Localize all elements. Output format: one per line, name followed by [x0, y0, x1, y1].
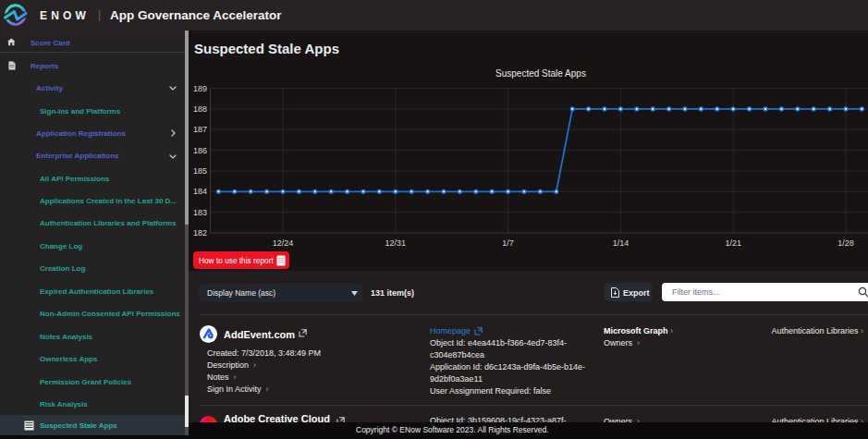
- svg-text:187: 187: [193, 125, 207, 134]
- svg-text:12/31: 12/31: [385, 238, 407, 248]
- svg-text:183: 183: [193, 208, 207, 217]
- svg-text:186: 186: [193, 146, 207, 155]
- svg-text:1/14: 1/14: [613, 238, 630, 248]
- svg-text:188: 188: [193, 104, 207, 114]
- svg-text:12/24: 12/24: [273, 238, 294, 248]
- svg-text:189: 189: [193, 84, 207, 93]
- svg-text:1/21: 1/21: [725, 238, 741, 248]
- svg-text:185: 185: [193, 166, 207, 176]
- svg-text:Suspected Stale Apps: Suspected Stale Apps: [495, 68, 586, 79]
- svg-text:1/7: 1/7: [502, 238, 514, 248]
- svg-text:1/28: 1/28: [837, 238, 854, 248]
- svg-text:184: 184: [193, 187, 207, 196]
- svg-text:182: 182: [193, 228, 207, 238]
